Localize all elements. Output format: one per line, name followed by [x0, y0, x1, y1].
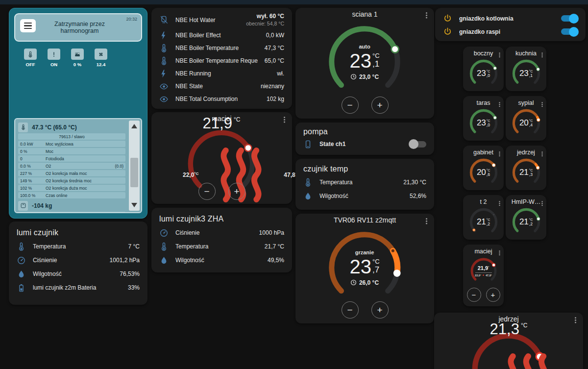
state-ch1-toggle[interactable]: [410, 141, 426, 148]
more-options-button[interactable]: [499, 151, 500, 152]
boiler-mode-on-button[interactable]: ON: [43, 49, 65, 67]
thermostat-dial[interactable]: 21,3 °C 21,5°C 52,6%: [466, 327, 551, 369]
thermostat-t2-card[interactable]: t 2 21 °C,2: [463, 195, 504, 240]
thermostat-dial[interactable]: 23 °C,0: [468, 58, 499, 89]
device-id-row: 79613 / slawo: [18, 133, 125, 140]
card-title: lumi czujnik: [9, 221, 147, 240]
entity-row-bateria[interactable]: lumi czujnik z2m Bateria 33%: [9, 281, 147, 295]
temp-increase-button[interactable]: +: [228, 183, 245, 200]
card-title: gabinet: [473, 149, 493, 156]
nbe-card: NBE Hot Water wył. 60 °C obecnie: 54,8 °…: [151, 8, 292, 109]
card-title: taras: [477, 99, 490, 106]
boiler-mode-off-button[interactable]: OFF: [20, 49, 41, 67]
thermostat-dial[interactable]: 23 °C,0: [468, 107, 499, 139]
entity-row-nbe-state[interactable]: NBE State nieznany: [151, 80, 292, 93]
entity-row-cisnienie[interactable]: Ciśnienie 1000 hPa: [151, 226, 292, 240]
more-options-button[interactable]: [541, 151, 542, 152]
heat-dot-icon: [483, 274, 484, 276]
thermostat-dial[interactable]: 21,9° 22,0° 47,8°: [469, 256, 498, 286]
temp-increase-button[interactable]: +: [371, 301, 389, 319]
entity-row-wilgotnosc[interactable]: Wilgotność 76,53%: [9, 267, 147, 281]
card-title: jedrzej: [517, 149, 535, 156]
thermostat-hmip-card[interactable]: HmIP-W… 21 °C,2: [506, 195, 546, 240]
entity-row-wilgotnosc[interactable]: Wilgotność 49,5%: [151, 253, 292, 267]
current-temperature: 21,9°: [478, 265, 490, 271]
target-temperature: 26,0 °C: [350, 279, 379, 286]
dial-sub-info: 22,0°C 47,8%: [183, 138, 260, 212]
temp-decrease-button[interactable]: −: [342, 301, 359, 319]
gniazdko-kotlownia-toggle[interactable]: [561, 15, 578, 22]
entity-row-nbe-total-consumption[interactable]: NBE Total Consumption 102 kg: [151, 93, 292, 105]
entity-row-cisnienie[interactable]: Ciśnienie 1001,2 hPa: [9, 253, 147, 267]
thermostat-dial[interactable]: 20 °C,6: [468, 157, 499, 188]
thermostat-sypial-card[interactable]: sypial 20 °C,4: [506, 96, 546, 141]
entity-row-nbe-running[interactable]: NBE Running wł.: [151, 67, 292, 80]
thermostat-gabinet-card[interactable]: gabinet 20 °C,6: [463, 146, 504, 190]
entity-row-temperatura[interactable]: Temperatura 7 °C: [9, 240, 147, 253]
card-title: lumi czujnik3 ZHA: [151, 208, 292, 226]
exclamation-icon: [48, 49, 60, 60]
thermostat-maciej-mini-card[interactable]: maciej 21,9° 22,0° 47,8° − +: [463, 245, 504, 306]
thermostat-boczny-card[interactable]: boczny 23 °C,0: [463, 47, 504, 91]
hamburger-menu-button[interactable]: [20, 19, 36, 32]
table-row: 149 %O2 korekcja średnia moc: [18, 177, 125, 184]
entity-row-nbe-boiler-effect[interactable]: NBE Boiler Effect 0,0 kW: [151, 29, 292, 42]
thermostat-jedrzej-card: jedrzej 21,3 °C 21,5°C 52,6%: [434, 313, 583, 369]
battery-icon: [17, 283, 26, 293]
scrollbar[interactable]: [129, 121, 140, 211]
gniazdko-raspi-toggle[interactable]: [561, 28, 578, 35]
temp-increase-button[interactable]: +: [486, 288, 500, 302]
entity-row-nbe-temperature-requested[interactable]: NBE Boiler Temperature Requested 65,0 °C: [151, 54, 292, 67]
temp-decrease-button[interactable]: −: [467, 288, 481, 302]
boiler-mode-value-button[interactable]: 12.4: [90, 49, 112, 67]
boiler-mode-percent-button[interactable]: 0 %: [67, 49, 88, 67]
thermostat-dial[interactable]: 21 °C,3: [511, 157, 542, 188]
more-options-button[interactable]: [541, 102, 542, 103]
thermostat-dial[interactable]: 21 °C,2: [468, 206, 499, 238]
more-options-button[interactable]: [499, 250, 500, 251]
fan-icon: [95, 49, 107, 60]
entity-row-nbe-hot-water[interactable]: NBE Hot Water wył. 60 °C obecnie: 54,8 °…: [151, 11, 292, 29]
boiler-status-panel: Zatrzymanie przez harmonogram 20:32: [14, 13, 142, 42]
entity-row-gniazdko-kotlownia[interactable]: gniazdko kotlownia: [435, 12, 586, 25]
thermostat-taras-card[interactable]: taras 23 °C,0: [463, 96, 504, 141]
more-options-button[interactable]: [541, 52, 542, 53]
thermostat-tvr06-card: TVR06 RV11 z2mqtt grzanie 23 °C ,7: [295, 214, 434, 323]
boiler-time: 20:32: [126, 17, 137, 22]
home-assistant-dashboard: Zatrzymanie przez harmonogram 20:32 OFF …: [0, 0, 588, 369]
more-options-button[interactable]: [575, 317, 576, 319]
boiler-data-rows: 47.3 °C (65.0 °C) 79613 / slawo 0.0 kWMo…: [18, 121, 125, 213]
entity-row-gniazdko-raspi[interactable]: gniazdko raspi: [435, 25, 586, 38]
more-options-button[interactable]: [499, 52, 500, 53]
scroll-thumb[interactable]: [130, 158, 138, 187]
more-options-button[interactable]: [284, 117, 285, 118]
thermostat-dial[interactable]: grzanie 23 °C ,7 26,0 °C: [323, 226, 406, 309]
thermostat-dial[interactable]: 21 °C,2: [511, 206, 542, 238]
more-options-button[interactable]: [426, 218, 427, 220]
entity-row-wilgotnosc[interactable]: Wilgotność 52,6%: [295, 189, 434, 203]
more-options-button[interactable]: [499, 201, 500, 202]
thermostat-dial[interactable]: 23 °C,1: [511, 58, 542, 89]
temp-decrease-button[interactable]: −: [342, 97, 359, 114]
more-options-button[interactable]: [426, 12, 427, 14]
scroll-down-button[interactable]: [131, 203, 137, 207]
temp-increase-button[interactable]: +: [371, 97, 389, 114]
entity-row-temperatura[interactable]: Temperatura 21,7 °C: [151, 240, 292, 253]
water-drop-icon: [159, 256, 169, 265]
thermostat-dial[interactable]: 20 °C,4: [511, 107, 542, 139]
thermostat-jedrzej-mini-card[interactable]: jedrzej 21 °C,3: [506, 146, 546, 190]
thermostat-kuchnia-card[interactable]: kuchnia 23 °C,1: [506, 47, 546, 91]
entity-row-state-ch1[interactable]: State ch1: [295, 137, 434, 151]
power-icon: [443, 27, 452, 36]
card-title: kuchnia: [515, 50, 537, 57]
entity-row-nbe-boiler-temperature[interactable]: NBE Boiler Temperature 47,3 °C: [151, 42, 292, 54]
more-options-button[interactable]: [499, 102, 500, 103]
entity-row-temperatura[interactable]: Temperatura 21,30 °C: [295, 175, 434, 189]
thermostat-dial[interactable]: auto 23 °C ,1 23,0 °C: [323, 21, 406, 103]
scroll-up-button[interactable]: [131, 124, 137, 128]
temp-decrease-button[interactable]: −: [198, 183, 216, 200]
boiler-data-panel: 47.3 °C (65.0 °C) 79613 / slawo 0.0 kWMo…: [14, 118, 142, 213]
thermostat-maciej-card: maciej 21,9 °C 22,0°C 47,8%: [151, 112, 292, 204]
more-options-button[interactable]: [541, 201, 542, 202]
water-drop-icon: [17, 270, 26, 279]
